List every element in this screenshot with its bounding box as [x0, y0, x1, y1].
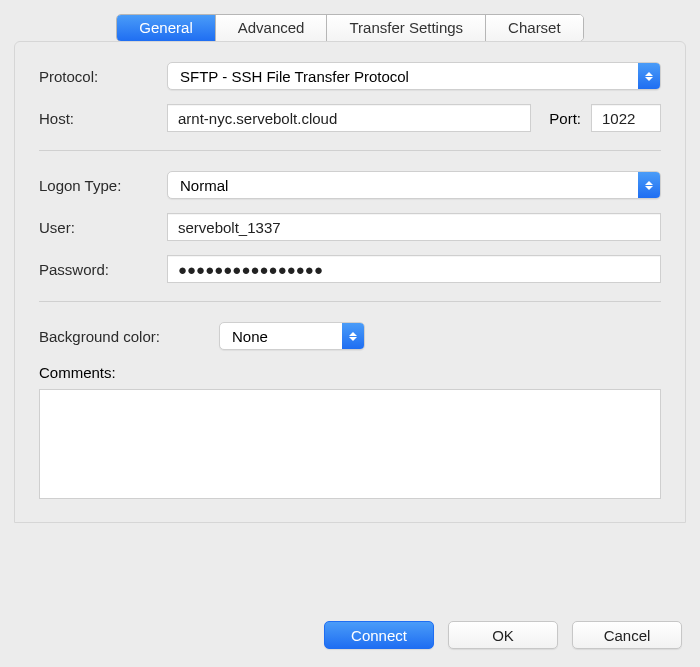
connect-button[interactable]: Connect: [324, 621, 434, 649]
user-label: User:: [39, 219, 167, 236]
password-input[interactable]: [167, 255, 661, 283]
tab-strip: General Advanced Transfer Settings Chars…: [0, 0, 700, 42]
cancel-button[interactable]: Cancel: [572, 621, 682, 649]
host-input[interactable]: [167, 104, 531, 132]
tab-charset[interactable]: Charset: [486, 15, 583, 41]
tab-general[interactable]: General: [117, 15, 215, 41]
comments-label: Comments:: [39, 364, 116, 381]
protocol-dropdown[interactable]: SFTP - SSH File Transfer Protocol: [167, 62, 661, 90]
dropdown-arrows-icon: [638, 172, 660, 198]
user-input[interactable]: [167, 213, 661, 241]
protocol-label: Protocol:: [39, 68, 167, 85]
comments-textarea[interactable]: [39, 389, 661, 499]
dropdown-arrows-icon: [638, 63, 660, 89]
bg-color-dropdown[interactable]: None: [219, 322, 365, 350]
protocol-value: SFTP - SSH File Transfer Protocol: [180, 68, 409, 85]
tab-transfer[interactable]: Transfer Settings: [327, 15, 486, 41]
bg-color-label: Background color:: [39, 328, 219, 345]
separator: [39, 301, 661, 302]
tab-advanced[interactable]: Advanced: [216, 15, 328, 41]
ok-button[interactable]: OK: [448, 621, 558, 649]
logon-type-value: Normal: [180, 177, 228, 194]
bg-color-value: None: [232, 328, 268, 345]
dropdown-arrows-icon: [342, 323, 364, 349]
port-input[interactable]: [591, 104, 661, 132]
port-label: Port:: [549, 110, 581, 127]
host-label: Host:: [39, 110, 167, 127]
footer-actions: Connect OK Cancel: [324, 621, 682, 649]
password-label: Password:: [39, 261, 167, 278]
separator: [39, 150, 661, 151]
logon-type-dropdown[interactable]: Normal: [167, 171, 661, 199]
logon-type-label: Logon Type:: [39, 177, 167, 194]
general-panel: Protocol: SFTP - SSH File Transfer Proto…: [14, 41, 686, 523]
tab-segment: General Advanced Transfer Settings Chars…: [116, 14, 583, 42]
